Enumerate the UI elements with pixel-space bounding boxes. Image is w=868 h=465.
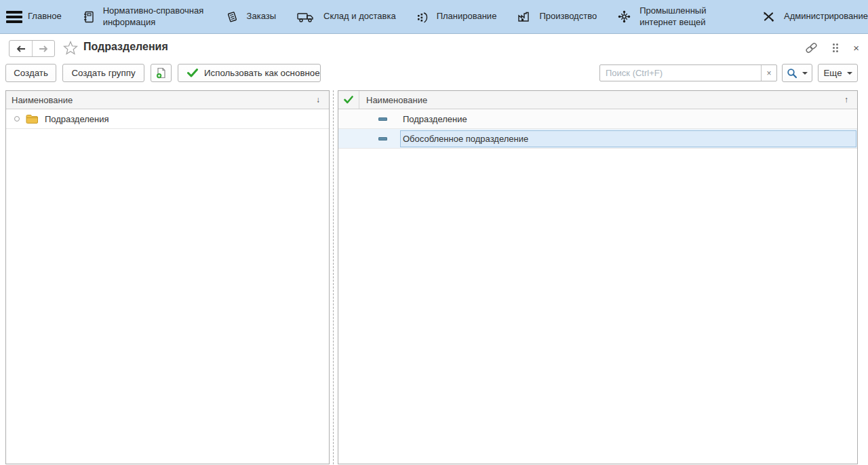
tools-icon [762,10,775,23]
main-menu-bar: Главное Нормативно-справочная информация… [0,0,868,34]
truck-icon [297,11,315,23]
nav-item-sklad[interactable]: Склад и доставка [297,11,396,23]
nav-item-label: Нормативно-справочная информация [103,5,205,28]
nav-item-label: Главное [28,11,62,22]
close-icon[interactable]: × [853,43,859,53]
nav-item-label: Склад и доставка [323,11,396,22]
nav-item-zakazy[interactable]: Заказы [226,11,276,23]
nav-item-label: Заказы [247,11,276,22]
usage-check-column[interactable] [338,91,359,109]
orders-icon [226,11,238,23]
nav-items: Главное Нормативно-справочная информация… [28,5,868,28]
sort-descending-icon: ↓ [316,95,329,105]
folder-icon [26,114,39,124]
row-label: Подразделение [403,114,467,124]
panel-splitter[interactable] [333,90,335,464]
dropdown-caret-icon [847,72,852,75]
iot-icon [618,10,631,23]
create-group-button[interactable]: Создать группу [62,64,144,82]
history-nav [9,40,55,57]
column-header-name[interactable]: Наименование [6,95,316,105]
table-row[interactable]: Подразделение [338,109,857,129]
form-caption-bar: Подразделения × [0,34,868,62]
more-button-label: Еще [823,68,842,78]
create-by-copy-button[interactable] [151,64,172,82]
magnifier-icon [787,68,797,79]
command-bar: Создать Создать группу Использовать как … [0,62,868,84]
check-icon [187,69,198,77]
table-row[interactable]: Подразделения [6,109,329,129]
nav-item-label: Производство [539,11,597,22]
row-label: Подразделения [45,114,109,124]
nav-item-administrirovanie[interactable]: Администрирование [762,10,868,23]
planning-icon [417,11,428,23]
groups-tree-header[interactable]: Наименование ↓ [6,91,329,109]
use-as-main-button[interactable]: Использовать как основное [178,64,321,82]
item-dash-icon [378,137,387,141]
copy-document-icon [155,67,167,79]
more-button[interactable]: Еще [818,64,858,82]
groups-tree-panel: Наименование ↓ Подразделения [5,90,330,464]
nav-item-nsi[interactable]: Нормативно-справочная информация [83,5,205,28]
more-commands-icon[interactable] [833,43,838,52]
dropdown-caret-icon [802,72,808,75]
nav-item-label: Планирование [437,11,497,22]
get-link-icon[interactable] [805,42,818,54]
factory-icon [517,11,530,23]
hamburger-menu-icon[interactable] [6,10,22,24]
tree-expand-icon[interactable] [14,116,20,122]
book-icon [83,11,94,23]
nav-item-proizvodstvo[interactable]: Производство [517,11,597,23]
row-label: Обособленное подразделение [403,134,528,144]
nav-item-label: Промышленный интернет вещей [639,5,741,28]
nav-item-label: Администрирование [784,11,868,22]
use-as-main-label: Использовать как основное [204,68,320,78]
app-window: Главное Нормативно-справочная информация… [0,0,868,465]
search-button[interactable] [782,64,812,82]
search-box: × [599,64,777,81]
item-dash-icon [378,117,387,121]
page-title: Подразделения [83,41,168,53]
favorite-star-icon[interactable] [63,41,78,55]
search-input[interactable] [600,65,761,81]
items-list-panel: Наименование ↑ Подразделение Обособленно… [338,90,858,464]
nav-item-planirovanie[interactable]: Планирование [417,11,497,23]
nav-item-glavnoe[interactable]: Главное [28,11,62,22]
column-header-name[interactable]: Наименование [359,95,844,105]
caption-icons: × [805,42,859,54]
selected-cell[interactable]: Обособленное подразделение [400,130,856,147]
back-button[interactable] [9,41,32,56]
sort-ascending-icon: ↑ [844,95,857,105]
create-button[interactable]: Создать [5,64,56,82]
nav-item-iot[interactable]: Промышленный интернет вещей [618,5,741,28]
check-icon [344,96,353,104]
clear-search-icon[interactable]: × [761,65,776,81]
items-list-header[interactable]: Наименование ↑ [338,91,857,109]
forward-button[interactable] [32,41,54,56]
table-row-selected[interactable]: Обособленное подразделение [338,129,857,149]
